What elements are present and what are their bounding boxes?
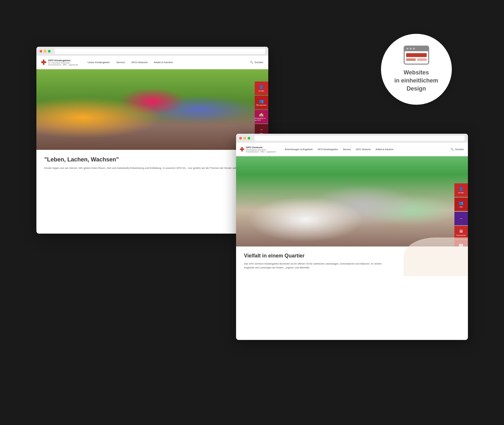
main-container: Websites in einheitlichem Design GFO Kin… [27, 27, 478, 398]
dot-close-2[interactable] [239, 137, 242, 140]
dot-maximize[interactable] [48, 50, 51, 53]
dot-maximize-2[interactable] [248, 137, 250, 140]
nav2-karriere[interactable]: Arbeit & Karriere [376, 148, 393, 151]
contact-icon: 👤 [259, 85, 264, 89]
site1-hero-image [36, 69, 268, 150]
svg-rect-7 [406, 58, 416, 61]
svg-point-5 [413, 48, 415, 50]
logo-text: GFO Kindergarten St. Franziskus Dreieich… [48, 59, 78, 66]
site2-header: GFO Zentrum Klostergarten Bornheim Franz… [236, 143, 468, 156]
nav-item-service[interactable]: Service [116, 61, 125, 64]
building-icon: 🏫 [259, 112, 264, 117]
fab-kontakt[interactable]: 👤 Kontakt [255, 82, 268, 95]
fab-kindergarten-gfo[interactable]: 🏫 Kindergarten in der GFO [255, 110, 268, 123]
dot-minimize[interactable] [44, 50, 46, 53]
site1-header: GFO Kindergarten St. Franziskus Dreieich… [36, 56, 268, 69]
nav2-einrichtungen[interactable]: Einrichtungen & Angebote [285, 148, 313, 151]
site1-logo: GFO Kindergarten St. Franziskus Dreieich… [41, 59, 78, 66]
decorative-shape [404, 237, 468, 276]
browser-zentrum: GFO Zentrum Klostergarten Bornheim Franz… [236, 134, 468, 340]
fab2-jobs[interactable]: 👥 Jobs [454, 198, 468, 211]
nav-item-karriere[interactable]: Arbeit & Karriere [154, 61, 173, 64]
websites-badge: Websites in einheitlichem Design [381, 34, 452, 105]
nav-item-verbund[interactable]: GFO-Verbund [131, 61, 147, 64]
kloster-icon: 🏛 [459, 229, 463, 234]
site1-nav: Unser Kindergarten Service GFO-Verbund A… [88, 61, 250, 64]
site1-fab-sidebar: 👤 Kontakt 👥 Öffnungszeiten 🏫 Kindergarte… [255, 82, 268, 138]
site1-search[interactable]: 🔍 Suchen [250, 61, 263, 64]
svg-rect-8 [417, 58, 427, 61]
svg-point-4 [410, 48, 412, 50]
arrow-icon: → [260, 127, 263, 132]
site2-fab-sidebar: 👤 Kontakt 👥 Jobs → 🏛 Klostergarten 📰 GFO… [454, 183, 468, 246]
badge-text: Websites in einheitlichem Design [394, 69, 438, 93]
site2-hero: 👤 Kontakt 👥 Jobs → 🏛 Klostergarten 📰 GFO… [236, 156, 468, 246]
site1-heading: "Leben, Lachen, Wachsen" [44, 156, 260, 163]
arrow-icon-2: → [459, 216, 463, 221]
browser-toolbar-1 [36, 47, 268, 56]
fab-oeffnungszeiten[interactable]: 👥 Öffnungszeiten [255, 96, 268, 109]
nav-item-kindergarten[interactable]: Unser Kindergarten [88, 61, 110, 64]
dot-minimize-2[interactable] [243, 137, 246, 140]
logo-cross-icon [41, 60, 46, 65]
browser-kindergarten: GFO Kindergarten St. Franziskus Dreieich… [36, 47, 268, 234]
url-bar-2[interactable] [254, 136, 465, 141]
site1-body-text: Kinder liegen uns am Herzen. Wir geben i… [44, 166, 260, 170]
dot-close[interactable] [40, 50, 42, 53]
site2-body-text: Das GFO Zentrum Klostergarten Bornheim i… [244, 262, 389, 270]
site2-nav: Einrichtungen & Angebote GFO-Klostergart… [285, 148, 451, 151]
site2-hero-image [236, 156, 468, 246]
logo-text-2: GFO Zentrum Klostergarten Bornheim Franz… [246, 146, 276, 153]
site1-content: "Leben, Lachen, Wachsen" Kinder liegen u… [36, 150, 268, 177]
site2-logo: GFO Zentrum Klostergarten Bornheim Franz… [240, 146, 279, 153]
fab2-arrow[interactable]: → [454, 212, 468, 225]
nav2-klostergarten[interactable]: GFO-Klostergarten [318, 148, 338, 151]
search-icon-2: 🔍 [451, 148, 454, 151]
browser-icon [404, 45, 429, 65]
url-bar-1[interactable] [55, 49, 265, 54]
site1-hero: 👤 Kontakt 👥 Öffnungszeiten 🏫 Kindergarte… [36, 69, 268, 150]
browser-toolbar-2 [236, 134, 468, 143]
logo-cross-icon-2 [240, 147, 244, 151]
contact-icon-2: 👤 [459, 187, 463, 191]
svg-rect-6 [406, 53, 427, 57]
site2-search[interactable]: 🔍 Suchen [451, 148, 464, 151]
nav2-service[interactable]: Service [343, 148, 351, 151]
nav2-verbund[interactable]: GFO Verbund [356, 148, 371, 151]
search-icon: 🔍 [250, 61, 253, 64]
people-icon-2: 👥 [459, 201, 463, 205]
fab2-kontakt[interactable]: 👤 Kontakt [454, 183, 468, 197]
clock-icon: 👥 [259, 99, 264, 103]
svg-point-3 [406, 48, 408, 50]
site2-content: Vielfalt in einem Quartier Das GFO Zentr… [236, 246, 468, 276]
